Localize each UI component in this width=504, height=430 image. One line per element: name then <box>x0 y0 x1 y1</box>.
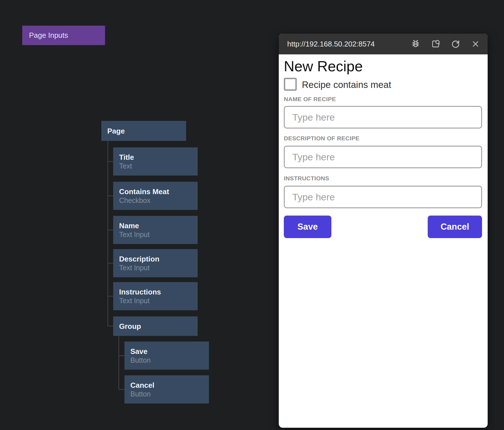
tree-connector-vertical <box>108 141 108 326</box>
refresh-button[interactable] <box>451 39 460 49</box>
contains-meat-label: Recipe contains meat <box>302 78 391 91</box>
save-button[interactable]: Save <box>284 216 331 238</box>
tree-node-description[interactable]: Description Text Input <box>113 249 198 277</box>
debug-button[interactable] <box>411 39 420 49</box>
refresh-icon <box>451 39 460 49</box>
tree-connector-tick <box>108 230 113 230</box>
tree-connector-tick <box>119 355 124 356</box>
open-preview-button[interactable] <box>431 39 440 49</box>
name-field-label: NAME OF RECIPE <box>284 96 336 103</box>
preview-topbar: http://192.168.50.202:8574 <box>279 34 488 54</box>
close-button[interactable] <box>471 39 480 49</box>
tree-node-subtitle: Text Input <box>119 263 198 272</box>
bug-icon <box>411 39 420 49</box>
tree-node-save-button[interactable]: Save Button <box>124 342 209 370</box>
page-title: New Recipe <box>284 57 363 75</box>
open-preview-icon <box>431 39 440 49</box>
cancel-button[interactable]: Cancel <box>428 216 482 238</box>
address-url: http://192.168.50.202:8574 <box>279 40 375 48</box>
tree-node-contains-meat[interactable]: Contains Meat Checkbox <box>113 182 198 210</box>
description-input[interactable] <box>284 146 482 168</box>
page-inputs-label: Page Inputs <box>29 31 68 40</box>
tree-node-title: Group <box>119 322 198 331</box>
tree-connector-tick <box>108 296 113 296</box>
tree-node-cancel-button[interactable]: Cancel Button <box>124 375 209 404</box>
tree-node-subtitle: Text <box>119 162 198 170</box>
description-field-label: DESCRIPTION OF RECIPE <box>284 135 360 142</box>
tree-node-title: Name <box>119 221 198 230</box>
tree-node-title: Page <box>107 127 186 136</box>
close-icon <box>471 40 480 48</box>
tree-node-title: Cancel <box>130 381 209 390</box>
page-inputs-tab[interactable]: Page Inputs <box>22 26 105 45</box>
tree-node-title: Contains Meat <box>119 187 198 196</box>
tree-node-subtitle: Text Input <box>119 296 198 305</box>
contains-meat-checkbox[interactable] <box>284 78 297 91</box>
topbar-icons <box>411 39 488 49</box>
tree-node-subtitle: Checkbox <box>119 196 198 205</box>
tree-connector-tick <box>108 326 113 326</box>
tree-node-subtitle: Button <box>130 356 209 365</box>
tree-connector-tick <box>119 389 124 390</box>
tree-connector-vertical-group <box>119 336 119 390</box>
instructions-field-label: INSTRUCTIONS <box>284 175 329 182</box>
tree-connector-tick <box>108 161 113 162</box>
instructions-input[interactable] <box>284 186 482 208</box>
tree-node-title: Instructions <box>119 287 198 296</box>
preview-window: http://192.168.50.202:8574 <box>279 34 488 428</box>
builder-canvas: Page Inputs Page Title Text Contains Mea… <box>0 0 504 430</box>
name-input[interactable] <box>284 106 482 128</box>
tree-node-title-text[interactable]: Title Text <box>113 147 198 176</box>
tree-connector-tick <box>108 263 113 263</box>
tree-node-title: Title <box>119 153 198 162</box>
tree-node-name[interactable]: Name Text Input <box>113 216 198 244</box>
tree-node-instructions[interactable]: Instructions Text Input <box>113 282 198 310</box>
tree-node-subtitle: Text Input <box>119 230 198 239</box>
tree-node-group[interactable]: Group <box>113 316 198 336</box>
tree-node-page[interactable]: Page <box>101 121 186 141</box>
tree-node-subtitle: Button <box>130 390 209 398</box>
tree-node-title: Description <box>119 254 198 263</box>
tree-node-title: Save <box>130 347 209 356</box>
tree-connector-tick <box>108 196 113 196</box>
